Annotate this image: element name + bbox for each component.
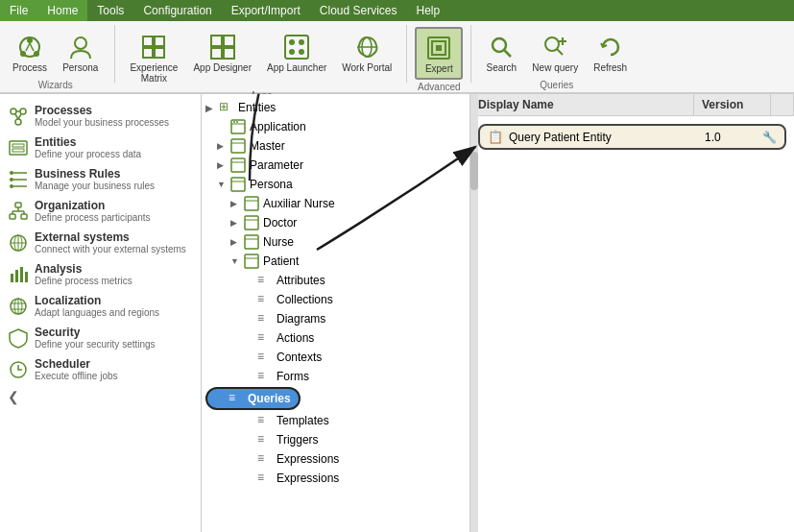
tree-node-patient[interactable]: ▼ Patient: [202, 252, 469, 271]
tree-node-queries[interactable]: ≡ Queries: [205, 387, 301, 410]
security-title: Security: [35, 326, 156, 339]
expert-icon: [423, 33, 454, 63]
svg-rect-79: [245, 216, 258, 230]
app-launcher-button[interactable]: App Launcher: [260, 27, 333, 78]
svg-point-32: [20, 109, 26, 114]
app-launcher-label: App Launcher: [267, 62, 326, 73]
tree-node-attributes[interactable]: ≡ Attributes: [202, 271, 469, 290]
business-rules-icon: [8, 169, 29, 190]
svg-point-33: [15, 119, 21, 125]
tree-node-forms[interactable]: ≡ Forms: [202, 367, 469, 386]
svg-point-1: [27, 37, 33, 43]
svg-line-4: [26, 43, 30, 51]
main-area: Processes Model your business processes …: [0, 94, 794, 532]
nurse-tree-label: Nurse: [263, 235, 294, 249]
tree-node-templates[interactable]: ≡ Templates: [202, 411, 469, 430]
sidebar-item-external-systems[interactable]: External systems Connect with your exter…: [0, 227, 201, 258]
menu-help[interactable]: Help: [407, 0, 450, 21]
sidebar-collapse-button[interactable]: ❮: [8, 389, 19, 404]
tree-node-expressions1[interactable]: ≡ Expressions: [202, 449, 469, 469]
work-portal-label: Work Portal: [342, 62, 392, 73]
work-portal-button[interactable]: Work Portal: [335, 27, 398, 78]
svg-rect-58: [15, 270, 18, 282]
tree-node-actions[interactable]: ≡ Actions: [202, 328, 469, 348]
menu-file[interactable]: File: [0, 0, 37, 21]
svg-point-25: [493, 38, 506, 52]
menu-configuration[interactable]: Configuration: [133, 0, 221, 21]
svg-point-31: [11, 109, 16, 114]
svg-point-18: [289, 49, 295, 55]
refresh-button[interactable]: Refresh: [587, 27, 634, 78]
tree-node-parameter[interactable]: ▶ Parameter: [202, 156, 469, 175]
app-designer-icon: [207, 32, 238, 62]
process-icon: [14, 32, 45, 62]
tree-node-contexts[interactable]: ≡ Contexts: [202, 348, 469, 367]
triggers-tree-label: Triggers: [277, 433, 319, 447]
entities-icon: [8, 137, 29, 158]
work-portal-icon: [351, 32, 382, 62]
tree-node-master[interactable]: ▶ Master: [202, 136, 469, 156]
sidebar-item-business-rules[interactable]: Business Rules Manage your business rule…: [0, 163, 201, 195]
svg-point-42: [10, 184, 13, 188]
tree-node-triggers[interactable]: ≡ Triggers: [202, 430, 469, 449]
sidebar-item-security[interactable]: Security Define your security settings: [0, 322, 201, 353]
business-rules-subtitle: Manage your business rules: [35, 181, 155, 191]
processes-title: Processes: [35, 104, 169, 117]
persona-tree-label: Persona: [250, 178, 293, 191]
menu-tools[interactable]: Tools: [87, 0, 133, 21]
new-query-button[interactable]: New query: [525, 27, 585, 78]
sidebar-item-organization[interactable]: Organization Define process participants: [0, 195, 201, 227]
ribbon: Process Persona Wizards Experience Matri…: [0, 21, 794, 94]
process-button[interactable]: Process: [6, 27, 54, 78]
sidebar-item-localization[interactable]: Localization Adapt languages and regions: [0, 290, 201, 322]
sidebar-item-analysis[interactable]: Analysis Define process metrics: [0, 258, 201, 290]
forms-tree-label: Forms: [277, 370, 309, 383]
svg-point-41: [10, 178, 13, 181]
tree-node-collections[interactable]: ≡ Collections: [202, 290, 469, 309]
tree-node-nurse[interactable]: ▶ Nurse: [202, 232, 469, 252]
svg-point-16: [289, 39, 295, 45]
svg-point-19: [299, 49, 304, 55]
application-tree-label: Application: [250, 120, 306, 133]
scheduler-title: Scheduler: [35, 357, 118, 371]
expert-button[interactable]: Expert: [415, 27, 463, 80]
sidebar-item-entities[interactable]: Entities Define your process data: [0, 132, 201, 163]
refresh-label: Refresh: [593, 62, 627, 73]
sidebar: Processes Model your business processes …: [0, 94, 202, 532]
svg-line-28: [557, 49, 563, 55]
tree-node-expressions2[interactable]: ≡ Expressions: [202, 469, 469, 488]
menu-home[interactable]: Home: [37, 0, 87, 21]
tree-node-persona[interactable]: ▼ Persona: [202, 175, 469, 194]
templates-tree-label: Templates: [277, 414, 329, 427]
scheduler-icon: [8, 359, 29, 380]
tree-node-entities[interactable]: ▶ ⊞ Entities: [202, 98, 469, 117]
actions-tree-label: Actions: [277, 331, 314, 345]
experience-matrix-label: Experience Matrix: [130, 62, 178, 84]
svg-line-26: [504, 50, 511, 57]
search-button[interactable]: Search: [479, 27, 523, 78]
svg-rect-48: [21, 214, 27, 219]
experience-matrix-button[interactable]: Experience Matrix: [123, 27, 184, 88]
menu-export-import[interactable]: Export/Import: [222, 0, 310, 21]
sidebar-item-processes[interactable]: Processes Model your business processes: [0, 100, 201, 132]
svg-rect-24: [436, 45, 442, 51]
sidebar-item-scheduler[interactable]: Scheduler Execute offline jobs: [0, 353, 201, 385]
tree-node-diagrams[interactable]: ≡ Diagrams: [202, 309, 469, 328]
persona-button[interactable]: Persona: [56, 27, 105, 78]
tree-node-application[interactable]: Application: [202, 117, 469, 136]
svg-rect-81: [245, 235, 258, 249]
app-designer-button[interactable]: App Designer: [186, 27, 258, 78]
entities-title: Entities: [35, 135, 141, 149]
attributes-tree-label: Attributes: [277, 274, 325, 287]
tree-node-doctor[interactable]: ▶ Doctor: [202, 213, 469, 232]
menu-cloud-services[interactable]: Cloud Services: [310, 0, 407, 21]
entities-subtitle: Define your process data: [35, 149, 141, 159]
svg-rect-12: [224, 36, 234, 46]
result-row-action-icon[interactable]: 🔧: [762, 131, 777, 144]
svg-rect-7: [143, 36, 153, 46]
result-row-query-patient[interactable]: 📋 Query Patient Entity 1.0 🔧: [478, 124, 786, 150]
tree-node-auxiliar-nurse[interactable]: ▶ Auxiliar Nurse: [202, 194, 469, 213]
svg-rect-10: [155, 48, 164, 58]
localization-title: Localization: [35, 294, 159, 307]
expand-entities: ▶: [205, 103, 219, 113]
